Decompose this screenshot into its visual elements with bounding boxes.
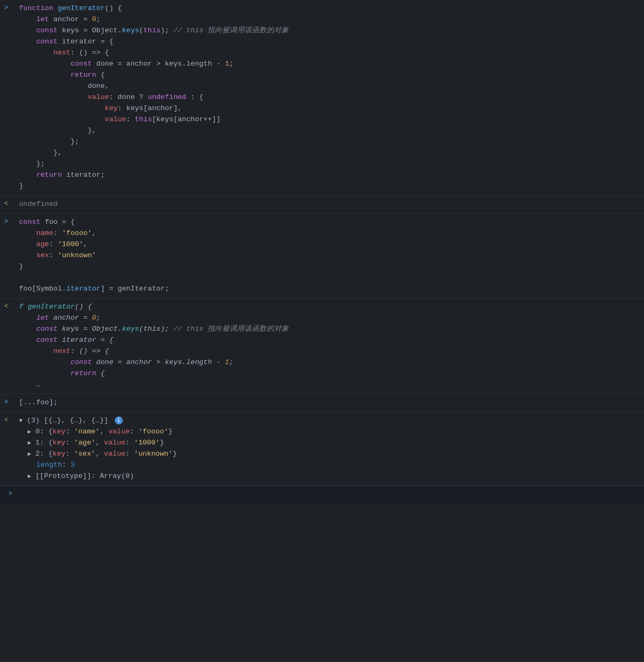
code-out-2-5: next: () => { bbox=[19, 346, 640, 357]
gutter-output-2: < bbox=[4, 302, 19, 312]
block-3-output: < ▼ (3) [{…}, {…}, {…}] i ▶ 0: {key: 'na… bbox=[0, 412, 644, 486]
code-2-4: sex: 'unknown' bbox=[19, 250, 640, 261]
expand-proto-triangle[interactable]: ▶ bbox=[28, 473, 31, 479]
line-4: const iterator = { bbox=[0, 37, 644, 48]
code-3: const keys = Object.keys(this); // this … bbox=[19, 25, 640, 37]
code-11: value: this[keys[anchor++]] bbox=[19, 114, 640, 125]
code-out-2-6: const done = anchor > keys.length - 1; bbox=[19, 357, 640, 368]
code-16: return iterator; bbox=[19, 170, 640, 181]
line-out-2-1: < f genIterator() { bbox=[0, 302, 644, 313]
code-6: const done = anchor > keys.length - 1; bbox=[19, 59, 640, 70]
code-7: return { bbox=[19, 70, 640, 81]
block-1: > function genIterator() { let anchor = … bbox=[0, 0, 644, 196]
line-5: next: () => { bbox=[0, 48, 644, 59]
line-2-1: > const foo = { bbox=[0, 217, 644, 228]
line-17: } bbox=[0, 181, 644, 192]
line-12: }, bbox=[0, 125, 644, 137]
code-2-5: } bbox=[19, 261, 640, 273]
gutter-output-1: < bbox=[4, 199, 19, 209]
code-9: value: done ? undefined : { bbox=[19, 92, 640, 103]
info-icon: i bbox=[115, 416, 123, 424]
block-2: > const foo = { name: 'foooo', age: '100… bbox=[0, 214, 644, 298]
code-out-1: undefined bbox=[19, 199, 640, 210]
code-10: key: keys[anchor], bbox=[19, 103, 640, 114]
code-out-3-1: ▼ (3) [{…}, {…}, {…}] i bbox=[19, 415, 640, 427]
line-out-2-3: const keys = Object.keys(this); // this … bbox=[0, 324, 644, 335]
code-out-3-6: ▶ [[Prototype]]: Array(0) bbox=[19, 471, 640, 482]
line-3: const keys = Object.keys(this); // this … bbox=[0, 25, 644, 37]
code-out-2-2: let anchor = 0; bbox=[19, 313, 640, 324]
line-10: key: keys[anchor], bbox=[0, 103, 644, 114]
line-out-3-3: ▶ 1: {key: 'age', value: '1000'} bbox=[0, 438, 644, 449]
line-out-2-6: const done = anchor > keys.length - 1; bbox=[0, 357, 644, 368]
code-3-1: [...foo]; bbox=[19, 397, 640, 409]
line-2-4: sex: 'unknown' bbox=[0, 250, 644, 261]
code-15: }; bbox=[19, 159, 640, 170]
line-3-1: > [...foo]; bbox=[0, 397, 644, 409]
line-out-3-4: ▶ 2: {key: 'sex', value: 'unknown'} bbox=[0, 449, 644, 460]
line-out-3-6: ▶ [[Prototype]]: Array(0) bbox=[0, 471, 644, 482]
expand-2-triangle[interactable]: ▶ bbox=[28, 451, 31, 457]
line-out-2-4: const iterator = { bbox=[0, 335, 644, 346]
code-out-3-3: ▶ 1: {key: 'age', value: '1000'} bbox=[19, 438, 640, 449]
line-2-7: foo[Symbol.iterator] = genIterator; bbox=[0, 284, 644, 295]
code-2-3: age: '1000', bbox=[19, 239, 640, 250]
line-15: }; bbox=[0, 159, 644, 170]
line-1: > function genIterator() { bbox=[0, 3, 644, 14]
line-6: const done = anchor > keys.length - 1; bbox=[0, 59, 644, 70]
line-7: return { bbox=[0, 70, 644, 81]
code-2: let anchor = 0; bbox=[19, 14, 640, 25]
code-13: }; bbox=[19, 137, 640, 148]
line-11: value: this[keys[anchor++]] bbox=[0, 114, 644, 125]
code-1: function genIterator() { bbox=[19, 3, 640, 14]
code-2-1: const foo = { bbox=[19, 217, 640, 228]
line-2-2: name: 'foooo', bbox=[0, 228, 644, 239]
code-17: } bbox=[19, 181, 640, 192]
line-14: }, bbox=[0, 148, 644, 159]
gutter-input-3: > bbox=[4, 397, 19, 407]
line-out-2-8: … bbox=[0, 379, 644, 391]
gutter-prompt: > bbox=[8, 489, 23, 499]
line-out-1: < undefined bbox=[0, 199, 644, 210]
line-16: return iterator; bbox=[0, 170, 644, 181]
code-14: }, bbox=[19, 148, 640, 159]
line-out-2-5: next: () => { bbox=[0, 346, 644, 357]
code-2-2: name: 'foooo', bbox=[19, 228, 640, 239]
code-out-3-4: ▶ 2: {key: 'sex', value: 'unknown'} bbox=[19, 449, 640, 460]
gutter-input-2: > bbox=[4, 217, 19, 227]
line-2-5: } bbox=[0, 261, 644, 273]
code-8: done, bbox=[19, 81, 640, 92]
line-2-6 bbox=[0, 273, 644, 284]
line-out-2-7: return { bbox=[0, 368, 644, 379]
line-out-3-2: ▶ 0: {key: 'name', value: 'foooo'} bbox=[0, 427, 644, 438]
line-8: done, bbox=[0, 81, 644, 92]
block-1-output: < undefined bbox=[0, 196, 644, 214]
code-out-2-7: return { bbox=[19, 368, 640, 379]
line-2-3: age: '1000', bbox=[0, 239, 644, 250]
code-2-7: foo[Symbol.iterator] = genIterator; bbox=[19, 284, 640, 295]
code-12: }, bbox=[19, 125, 640, 137]
line-prompt[interactable]: > bbox=[4, 489, 640, 500]
code-out-2-3: const keys = Object.keys(this); // this … bbox=[19, 324, 640, 335]
bottom-prompt: > bbox=[0, 486, 644, 503]
expand-0-triangle[interactable]: ▶ bbox=[28, 429, 31, 435]
code-out-3-5: length: 3 bbox=[19, 460, 640, 471]
line-out-3-1: < ▼ (3) [{…}, {…}, {…}] i bbox=[0, 415, 644, 427]
gutter-output-3: < bbox=[4, 415, 19, 425]
block-2-output: < f genIterator() { let anchor = 0; cons… bbox=[0, 298, 644, 394]
code-5: next: () => { bbox=[19, 48, 640, 59]
expand-1-triangle[interactable]: ▶ bbox=[28, 440, 31, 446]
gutter-input-1: > bbox=[4, 3, 19, 13]
line-out-3-5: length: 3 bbox=[0, 460, 644, 471]
block-3: > [...foo]; bbox=[0, 394, 644, 412]
code-out-2-4: const iterator = { bbox=[19, 335, 640, 346]
console-container: > function genIterator() { let anchor = … bbox=[0, 0, 644, 503]
code-out-2-1: f genIterator() { bbox=[19, 302, 640, 313]
expand-triangle-3[interactable]: ▼ bbox=[19, 418, 23, 424]
code-out-2-8: … bbox=[19, 379, 640, 391]
line-2: let anchor = 0; bbox=[0, 14, 644, 25]
code-out-3-2: ▶ 0: {key: 'name', value: 'foooo'} bbox=[19, 427, 640, 438]
line-9: value: done ? undefined : { bbox=[0, 92, 644, 103]
line-13: }; bbox=[0, 137, 644, 148]
line-out-2-2: let anchor = 0; bbox=[0, 313, 644, 324]
